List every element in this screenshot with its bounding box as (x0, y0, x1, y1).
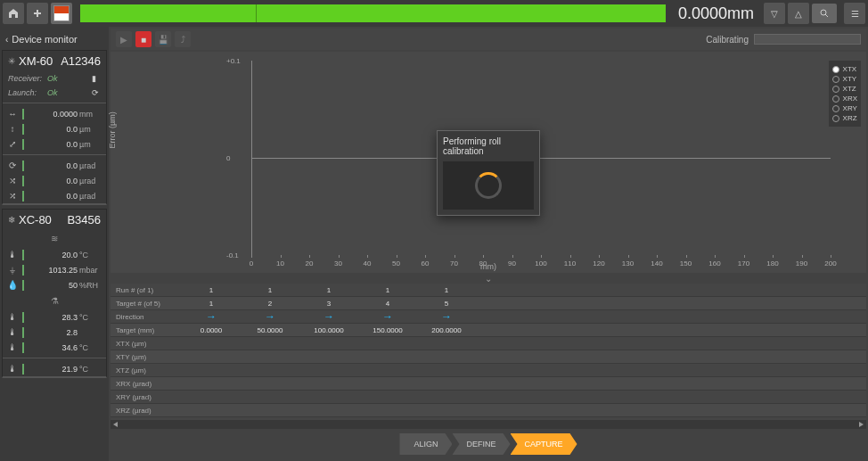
play-button[interactable]: ▶ (116, 31, 132, 47)
horizontal-scrollbar[interactable] (111, 420, 866, 429)
step-align[interactable]: ALIGN (399, 433, 452, 455)
collapse-toggle[interactable]: ⌄ (111, 273, 866, 284)
x-tick-label: 90 (508, 259, 516, 268)
search-button[interactable] (812, 4, 837, 23)
row-header: XTX (µm) (111, 340, 182, 348)
table-cell: 1 (417, 286, 476, 294)
table-row: Target # (of 5)12345 (111, 297, 866, 310)
legend-item[interactable]: XTY (832, 74, 857, 84)
step-define[interactable]: DEFINE (452, 433, 510, 455)
measurement-row: ↔0.0000mm (3, 106, 106, 121)
x-tick-label: 180 (766, 259, 778, 268)
table-cell: 1 (241, 286, 299, 294)
sidebar-title: Device monitor (12, 34, 77, 45)
legend-item[interactable]: XTX (832, 64, 857, 74)
table-row: Run # (of 1)11111 (111, 284, 866, 297)
env-value: 2.8 (45, 328, 79, 337)
data-table: Run # (of 1)11111Target # (of 5)12345Dir… (111, 284, 866, 420)
env-row: 🌡34.6°C (3, 340, 106, 355)
x-tick-label: 140 (651, 259, 662, 268)
legend-item[interactable]: XTZ (832, 84, 857, 94)
x-tick-label: 170 (738, 259, 749, 268)
stop-button[interactable]: ■ (135, 31, 151, 47)
workflow-stepper: ALIGNDEFINECAPTURE (111, 429, 866, 459)
y-tick-label: 0 (226, 154, 230, 162)
legend-label: XRZ (843, 114, 857, 122)
meas-unit: µm (79, 125, 102, 134)
x-tick-label: 0 (250, 259, 253, 268)
x-tick-label: 110 (564, 259, 576, 268)
legend-item[interactable]: XRX (832, 94, 857, 103)
x-tick-label: 30 (334, 259, 342, 268)
x-tick-label: 200 (824, 259, 836, 268)
env-row: ⏚1013.25mbar (3, 262, 106, 277)
axis-icon: ⟳ (6, 161, 19, 170)
table-cell: 3 (299, 300, 358, 308)
add-button[interactable] (27, 3, 48, 24)
env-row: 🌡20.0°C (3, 247, 106, 262)
meas-value: 0.0 (45, 177, 79, 185)
legend-item[interactable]: XRY (832, 103, 857, 113)
save-button[interactable]: 💾 (155, 31, 171, 47)
meas-unit: mm (79, 110, 102, 119)
env-unit: °C (79, 313, 102, 322)
x-tick-label: 130 (622, 259, 634, 268)
position-readout: 0.0000mm (671, 4, 761, 23)
table-cell: 100.0000 (299, 326, 358, 334)
device-card-xm60: ✳ XM-60 A12346 Receiver: Ok ▮ Launch: Ok… (2, 50, 107, 205)
env-row: 💧50%RH (3, 277, 106, 292)
table-cell: 1 (299, 286, 358, 294)
radio-icon (832, 76, 839, 83)
env-unit: °C (79, 365, 102, 374)
row-header: Target # (of 5) (111, 300, 182, 308)
measurement-row: ⤮0.0µrad (3, 188, 106, 203)
x-axis-label: mm) (480, 262, 496, 271)
calendar-button[interactable] (51, 3, 72, 24)
env-icon: 🌡 (6, 364, 19, 374)
x-tick-label: 10 (276, 259, 284, 268)
weather-icon: ❄ (8, 215, 15, 225)
device-name: XM-60 (19, 54, 61, 68)
env-value: 20.0 (45, 251, 79, 259)
x-tick-label: 100 (535, 259, 546, 268)
legend-item[interactable]: XRZ (832, 113, 857, 123)
radio-icon (832, 115, 839, 122)
env-value: 28.3 (45, 313, 79, 322)
radio-icon (832, 105, 839, 112)
measurement-row: ⟳0.0µrad (3, 158, 106, 173)
chart-legend: XTXXTYXTZXRXXRYXRZ (829, 61, 861, 127)
material-icon: ⚗ (3, 292, 106, 309)
legend-label: XRX (843, 95, 857, 103)
sidebar-header[interactable]: ‹ Device monitor (2, 29, 107, 50)
menu-button[interactable]: ☰ (844, 3, 865, 24)
warning-triangle-button[interactable]: △ (788, 3, 809, 24)
modal-message: Performing roll calibration (443, 136, 534, 156)
meas-value: 0.0 (45, 192, 79, 201)
table-cell: 150.0000 (358, 326, 417, 334)
device-name: XC-80 (19, 213, 67, 226)
x-tick-label: 190 (796, 259, 807, 268)
export-button[interactable]: ⤴ (175, 31, 191, 47)
svg-line-1 (825, 14, 828, 17)
step-capture[interactable]: CAPTURE (511, 433, 577, 455)
meas-unit: µrad (79, 192, 102, 201)
calibration-progress (754, 34, 861, 45)
table-cell: → (241, 310, 299, 323)
meas-value: 0.0 (45, 161, 79, 170)
table-cell: 5 (417, 300, 476, 308)
spinner-icon (475, 172, 502, 199)
measurement-row: ⤢0.0µm (3, 136, 106, 152)
row-header: XRY (µrad) (111, 393, 182, 401)
signal-strength-bar (80, 4, 666, 22)
table-cell: → (299, 310, 358, 323)
table-row: XRY (µrad) (111, 391, 866, 404)
battery-icon: ▮ (92, 74, 101, 83)
table-cell: 50.0000 (241, 326, 299, 334)
x-tick-label: 50 (392, 259, 400, 268)
home-button[interactable] (3, 3, 24, 24)
down-triangle-button[interactable]: ▽ (764, 3, 785, 24)
radio-icon (832, 86, 839, 93)
table-cell: 2 (241, 300, 299, 308)
table-cell: → (358, 310, 417, 323)
row-header: XTY (µm) (111, 353, 182, 361)
